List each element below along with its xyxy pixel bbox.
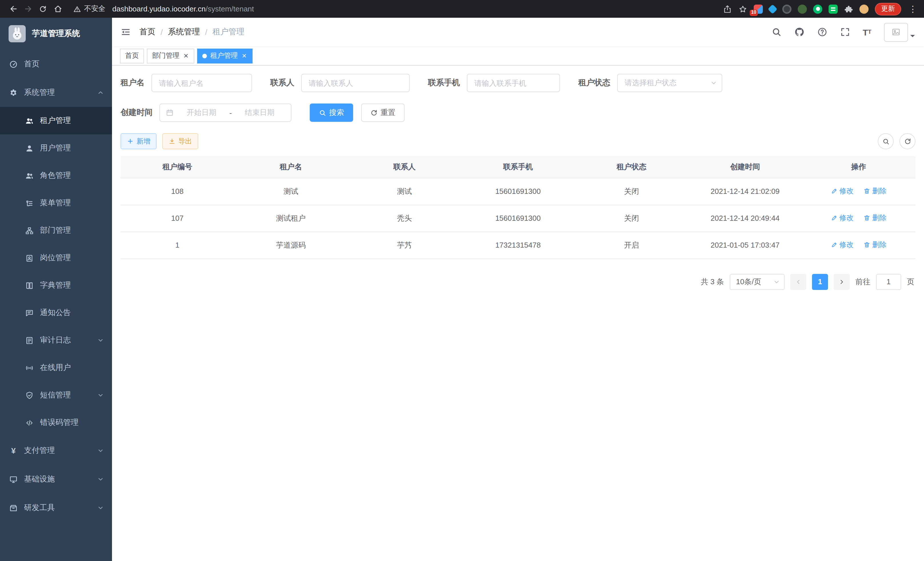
next-page-button[interactable] xyxy=(834,274,850,290)
mobile-input[interactable] xyxy=(467,74,560,92)
sidebar-item-system[interactable]: 系统管理 xyxy=(0,78,112,107)
extension-icon-dark-circle[interactable] xyxy=(782,4,791,14)
export-button[interactable]: 导出 xyxy=(162,133,198,149)
date-range-picker[interactable]: 开始日期 - 结束日期 xyxy=(159,104,291,122)
active-tab-dot xyxy=(202,53,207,58)
browser-reload-button[interactable] xyxy=(35,2,50,16)
users-icon xyxy=(25,116,34,125)
sidebar-collapse-button[interactable] xyxy=(112,18,140,46)
extensions-puzzle-icon[interactable] xyxy=(844,4,853,14)
sidebar-item-audit-log[interactable]: 审计日志 xyxy=(0,326,112,354)
sidebar-item-dept[interactable]: 部门管理 xyxy=(0,217,112,244)
browser-profile-avatar[interactable] xyxy=(860,4,868,14)
sidebar-item-user[interactable]: 用户管理 xyxy=(0,134,112,162)
cell-tenant-name: 芋道源码 xyxy=(234,232,347,259)
edit-button[interactable]: 修改 xyxy=(831,186,854,196)
contact-input[interactable] xyxy=(301,74,410,92)
fullscreen-icon[interactable] xyxy=(840,27,850,37)
extension-icon-red-blue[interactable]: 10 xyxy=(754,4,763,14)
sidebar-item-home[interactable]: 首页 xyxy=(0,50,112,78)
extension-icon-green-circle[interactable] xyxy=(813,4,822,14)
address-bar[interactable]: dashboard.yudao.iocoder.cn/system/tenant xyxy=(112,5,254,13)
sidebar-item-dict[interactable]: 字典管理 xyxy=(0,272,112,299)
tab-dept[interactable]: 部门管理 xyxy=(147,48,194,63)
filter-row-2: 创建时间 开始日期 - 结束日期 搜索 重置 xyxy=(121,104,915,122)
sidebar-item-dev-tools[interactable]: 研发工具 xyxy=(0,493,112,522)
font-size-icon[interactable]: TT xyxy=(862,28,872,36)
filter-mobile: 联系手机 xyxy=(428,74,560,92)
help-icon[interactable] xyxy=(817,27,827,37)
browser-update-button[interactable]: 更新 xyxy=(875,3,901,15)
sidebar-item-online-users[interactable]: 在线用户 xyxy=(0,354,112,381)
delete-button[interactable]: 删除 xyxy=(864,213,886,223)
table-row: 107 测试租户 秃头 15601691300 关闭 2021-12-14 20… xyxy=(121,205,915,232)
caret-down-icon xyxy=(910,35,915,39)
browser-home-button[interactable] xyxy=(50,2,65,16)
site-security-chip[interactable]: 不安全 xyxy=(73,4,105,14)
refresh-table-button[interactable] xyxy=(899,133,915,149)
contact-label: 联系人 xyxy=(270,78,294,88)
cell-status: 开启 xyxy=(575,232,688,259)
extension-icon-olive-circle[interactable] xyxy=(798,4,807,14)
chevron-down-icon xyxy=(97,337,104,344)
sidebar-item-error-code[interactable]: 错误码管理 xyxy=(0,409,112,436)
sidebar-item-tenant[interactable]: 租户管理 xyxy=(0,107,112,134)
sidebar-item-payment[interactable]: ¥ 支付管理 xyxy=(0,436,112,465)
chevron-down-icon xyxy=(97,392,104,399)
edit-button[interactable]: 修改 xyxy=(831,240,854,250)
browser-forward-button[interactable] xyxy=(21,2,35,16)
filter-status: 租户状态 请选择租户状态 xyxy=(578,74,722,92)
url-host: dashboard.yudao.iocoder.cn xyxy=(112,5,206,13)
tenant-name-input[interactable] xyxy=(152,74,252,92)
bookmark-star-icon[interactable] xyxy=(738,4,747,14)
tab-home[interactable]: 首页 xyxy=(120,48,144,63)
top-navbar: 首页 / 系统管理 / 租户管理 TT xyxy=(112,18,924,46)
reset-button[interactable]: 重置 xyxy=(361,104,405,122)
badge-icon xyxy=(25,254,34,262)
breadcrumb-system[interactable]: 系统管理 xyxy=(168,27,200,37)
close-icon[interactable] xyxy=(183,53,189,59)
browser-menu-icon[interactable]: ⋮ xyxy=(908,4,918,14)
sidebar-item-infrastructure[interactable]: 基础设施 xyxy=(0,465,112,493)
menu-list-icon xyxy=(25,199,34,207)
calendar-icon xyxy=(166,109,174,117)
share-icon[interactable] xyxy=(723,4,732,14)
search-icon[interactable] xyxy=(771,27,782,37)
user-avatar-dropdown[interactable] xyxy=(884,23,915,41)
user-icon xyxy=(25,144,34,152)
sidebar-item-notice[interactable]: 通知公告 xyxy=(0,299,112,326)
cell-tenant-id: 108 xyxy=(121,178,234,205)
url-path: /system/tenant xyxy=(206,5,254,13)
page-size-select[interactable]: 10条/页 xyxy=(730,274,784,290)
mobile-label: 联系手机 xyxy=(428,78,460,88)
extension-icon-blue-diamond[interactable] xyxy=(768,4,777,14)
delete-button[interactable]: 删除 xyxy=(864,186,886,196)
page-number-button[interactable]: 1 xyxy=(812,274,828,290)
close-icon[interactable] xyxy=(241,53,248,59)
tab-tenant[interactable]: 租户管理 xyxy=(197,48,253,63)
status-select[interactable]: 请选择租户状态 xyxy=(617,74,722,92)
logo-row[interactable]: 芋道管理系统 xyxy=(0,18,112,50)
cell-status: 关闭 xyxy=(575,205,688,232)
prev-page-button[interactable] xyxy=(790,274,806,290)
add-button[interactable]: 新增 xyxy=(121,133,157,149)
chevron-down-icon xyxy=(773,278,780,285)
toggle-search-button[interactable] xyxy=(878,133,894,149)
broken-image-icon xyxy=(891,27,901,37)
github-icon[interactable] xyxy=(794,27,804,37)
sidebar-item-sms[interactable]: 短信管理 xyxy=(0,381,112,409)
extension-icon-green-square[interactable] xyxy=(829,4,838,14)
search-button[interactable]: 搜索 xyxy=(310,104,353,122)
edit-button[interactable]: 修改 xyxy=(831,213,854,223)
avatar xyxy=(884,23,908,41)
goto-page-input[interactable] xyxy=(876,274,901,290)
tags-view-bar: 首页 部门管理 租户管理 xyxy=(112,46,924,66)
breadcrumb-home[interactable]: 首页 xyxy=(140,27,155,37)
sidebar-item-menu[interactable]: 菜单管理 xyxy=(0,189,112,217)
sidebar-item-role[interactable]: 角色管理 xyxy=(0,162,112,189)
delete-button[interactable]: 删除 xyxy=(864,240,886,250)
pagination-total: 共 3 条 xyxy=(701,277,724,287)
browser-back-button[interactable] xyxy=(6,2,21,16)
sidebar-item-post[interactable]: 岗位管理 xyxy=(0,244,112,272)
chevron-down-icon xyxy=(97,447,104,454)
